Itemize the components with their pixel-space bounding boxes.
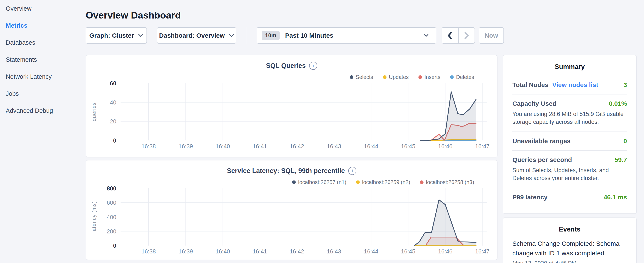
svg-text:16:43: 16:43 xyxy=(327,143,341,150)
summary-row-label: Queries per second xyxy=(512,156,572,163)
svg-text:16:44: 16:44 xyxy=(364,248,378,255)
sidebar-item-metrics[interactable]: Metrics xyxy=(0,17,85,34)
prev-interval-button[interactable] xyxy=(442,28,458,43)
svg-text:16:41: 16:41 xyxy=(252,248,267,255)
next-interval-button[interactable] xyxy=(458,28,475,43)
summary-row-queries-per-second: Queries per second 59.7 Sum of Selects, … xyxy=(512,151,627,188)
svg-text:0: 0 xyxy=(113,242,116,249)
svg-text:16:40: 16:40 xyxy=(216,248,230,255)
svg-text:40: 40 xyxy=(110,99,116,106)
summary-row-value: 0 xyxy=(624,137,627,145)
svg-text:16:38: 16:38 xyxy=(142,143,156,150)
svg-text:latency (ms): latency (ms) xyxy=(91,201,97,232)
dashboard-dropdown-label: Dashboard: Overview xyxy=(159,32,224,39)
summary-row-description: You are using 28.6 MiB of 515.9 GiB usab… xyxy=(512,110,627,126)
svg-text:16:47: 16:47 xyxy=(475,143,490,150)
svg-text:600: 600 xyxy=(107,200,116,206)
page-title: Overview Dashboard xyxy=(86,10,181,21)
summary-row-unavailable-ranges: Unavailable ranges 0 xyxy=(512,132,627,151)
time-range-dropdown[interactable]: 10m Past 10 Minutes xyxy=(256,27,436,44)
toolbar-divider xyxy=(247,27,247,44)
sql-queries-plot[interactable]: 16:3816:3916:4016:4116:4216:4316:4416:45… xyxy=(86,55,498,155)
svg-text:16:38: 16:38 xyxy=(142,248,156,255)
svg-text:16:47: 16:47 xyxy=(475,248,490,255)
svg-text:800: 800 xyxy=(107,185,116,192)
chevron-down-icon xyxy=(138,34,143,37)
now-button[interactable]: Now xyxy=(479,27,504,44)
event-message[interactable]: Schema Change Completed: Schema change w… xyxy=(512,239,627,258)
svg-text:20: 20 xyxy=(110,118,116,125)
time-range-badge: 10m xyxy=(262,31,280,40)
svg-text:16:45: 16:45 xyxy=(401,143,416,150)
event-timestamp: May 13, 2020 at 4:45 PM xyxy=(512,260,627,263)
dashboard-dropdown[interactable]: Dashboard: Overview xyxy=(157,27,236,44)
svg-text:16:40: 16:40 xyxy=(216,143,230,150)
graph-scope-dropdown-label: Graph: Cluster xyxy=(89,32,134,39)
chevron-left-icon xyxy=(448,32,452,40)
svg-text:400: 400 xyxy=(107,214,116,220)
view-nodes-list-link[interactable]: View nodes list xyxy=(552,81,598,89)
svg-text:16:39: 16:39 xyxy=(178,248,193,255)
svg-text:16:44: 16:44 xyxy=(364,143,378,150)
sidebar: Overview Metrics Databases Statements Ne… xyxy=(0,0,85,263)
svg-text:16:45: 16:45 xyxy=(401,248,416,255)
now-button-label: Now xyxy=(484,32,498,39)
summary-row-value: 3 xyxy=(624,81,627,89)
events-title: Events xyxy=(512,225,627,233)
svg-text:200: 200 xyxy=(107,228,116,235)
svg-text:16:39: 16:39 xyxy=(178,143,193,150)
service-latency-chart-card: Service Latency: SQL, 99th percentile i … xyxy=(86,160,498,260)
time-range-label: Past 10 Minutes xyxy=(285,32,333,39)
svg-text:16:46: 16:46 xyxy=(438,248,452,255)
sidebar-item-overview[interactable]: Overview xyxy=(0,0,85,17)
sql-queries-chart-card: SQL Queries i Selects Updates Inserts De… xyxy=(86,55,498,157)
summary-title: Summary xyxy=(512,63,627,71)
chevron-down-icon xyxy=(424,34,428,37)
summary-row-value: 0.01% xyxy=(609,100,627,107)
time-step-buttons xyxy=(442,27,475,44)
chevron-down-icon xyxy=(229,34,234,37)
summary-row-total-nodes: Total Nodes View nodes list 3 xyxy=(512,76,627,95)
sidebar-item-advanced-debug[interactable]: Advanced Debug xyxy=(0,102,85,119)
svg-text:16:42: 16:42 xyxy=(290,248,304,255)
svg-text:16:42: 16:42 xyxy=(290,143,304,150)
svg-text:queries: queries xyxy=(91,102,97,121)
admin-ui-page: Overview Metrics Databases Statements Ne… xyxy=(0,0,644,263)
svg-text:16:46: 16:46 xyxy=(438,143,452,150)
chevron-right-icon xyxy=(464,32,469,40)
summary-row-label: Capacity Used xyxy=(512,100,556,107)
summary-panel: Summary Total Nodes View nodes list 3 Ca… xyxy=(502,55,637,214)
summary-row-capacity-used: Capacity Used 0.01% You are using 28.6 M… xyxy=(512,95,627,132)
sidebar-item-statements[interactable]: Statements xyxy=(0,51,85,68)
summary-rows: Total Nodes View nodes list 3 Capacity U… xyxy=(512,76,627,206)
sidebar-item-jobs[interactable]: Jobs xyxy=(0,85,85,102)
graph-scope-dropdown[interactable]: Graph: Cluster xyxy=(86,27,147,44)
svg-text:0: 0 xyxy=(113,137,116,144)
summary-row-value: 46.1 ms xyxy=(604,194,627,201)
events-panel: Events Schema Change Completed: Schema c… xyxy=(502,217,637,263)
summary-row-label: Unavailable ranges xyxy=(512,137,570,145)
sidebar-item-network-latency[interactable]: Network Latency xyxy=(0,68,85,85)
summary-row-p99-latency: P99 latency 46.1 ms xyxy=(512,188,627,206)
summary-row-label: P99 latency xyxy=(512,194,548,201)
summary-row-label: Total Nodes xyxy=(512,81,548,89)
sidebar-item-databases[interactable]: Databases xyxy=(0,34,85,51)
svg-text:60: 60 xyxy=(110,80,116,87)
service-latency-plot[interactable]: 16:3816:3916:4016:4116:4216:4316:4416:45… xyxy=(86,160,498,260)
svg-text:16:41: 16:41 xyxy=(252,143,267,150)
svg-text:16:43: 16:43 xyxy=(327,248,341,255)
summary-row-value: 59.7 xyxy=(615,156,627,163)
summary-row-description: Sum of Selects, Updates, Inserts, and De… xyxy=(512,166,627,182)
